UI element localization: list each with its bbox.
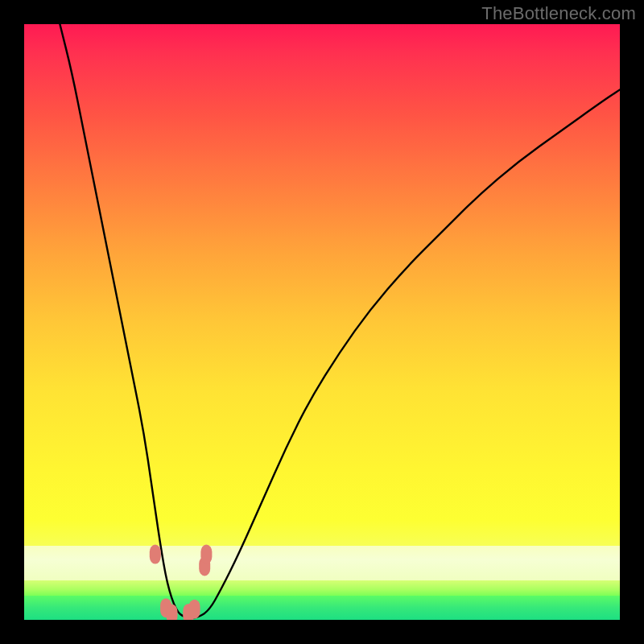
highlight-marker: [200, 545, 212, 564]
curve-layer: [24, 24, 620, 620]
bottleneck-curve-path: [60, 24, 620, 618]
highlight-markers: [150, 545, 213, 620]
highlight-marker: [167, 605, 178, 620]
highlight-marker: [150, 545, 161, 564]
plot-area: [24, 24, 620, 620]
outer-frame: TheBottleneck.com: [0, 0, 644, 644]
watermark-text: TheBottleneck.com: [481, 3, 636, 24]
highlight-marker: [189, 600, 200, 619]
